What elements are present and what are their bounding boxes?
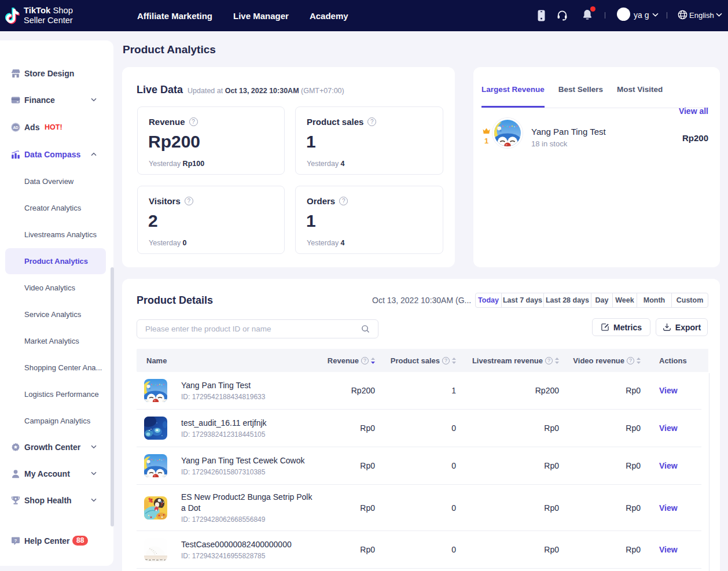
- svg-text:?: ?: [14, 538, 17, 543]
- svg-text:AD: AD: [13, 126, 19, 130]
